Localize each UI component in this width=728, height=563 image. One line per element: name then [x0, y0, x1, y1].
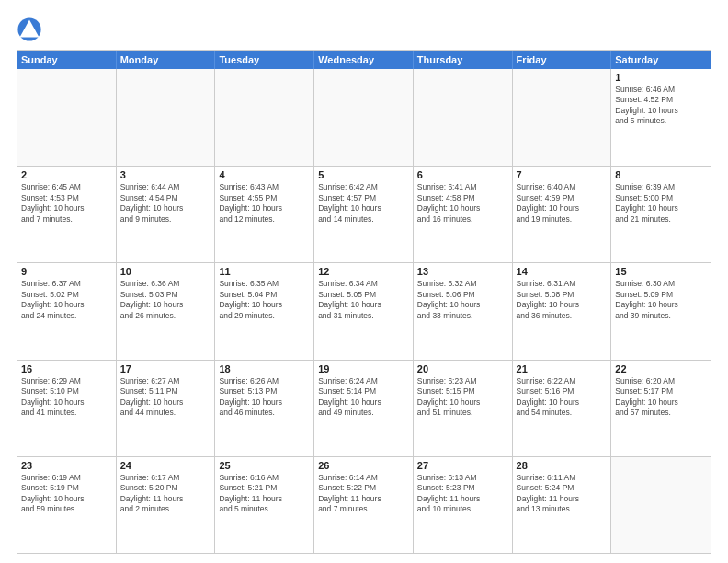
day-number: 21	[517, 363, 608, 374]
day-cell-19: 19Sunrise: 6:24 AM Sunset: 5:14 PM Dayli…	[314, 361, 414, 456]
day-number: 3	[120, 169, 211, 180]
day-number: 13	[417, 266, 508, 277]
logo-icon	[17, 17, 42, 42]
page: SundayMondayTuesdayWednesdayThursdayFrid…	[0, 0, 728, 563]
logo	[17, 17, 46, 42]
day-cell-17: 17Sunrise: 6:27 AM Sunset: 5:11 PM Dayli…	[117, 361, 216, 456]
day-info: Sunrise: 6:40 AM Sunset: 4:59 PM Dayligh…	[517, 182, 608, 224]
day-cell-2: 2Sunrise: 6:45 AM Sunset: 4:53 PM Daylig…	[17, 167, 117, 262]
day-number: 2	[21, 169, 112, 180]
day-cell-3: 3Sunrise: 6:44 AM Sunset: 4:54 PM Daylig…	[117, 167, 216, 262]
day-cell-15: 15Sunrise: 6:30 AM Sunset: 5:09 PM Dayli…	[611, 263, 711, 359]
day-cell-8: 8Sunrise: 6:39 AM Sunset: 5:00 PM Daylig…	[611, 167, 711, 262]
calendar-row-5: 23Sunrise: 6:19 AM Sunset: 5:19 PM Dayli…	[17, 456, 711, 553]
day-info: Sunrise: 6:46 AM Sunset: 4:52 PM Dayligh…	[615, 85, 707, 127]
day-info: Sunrise: 6:34 AM Sunset: 5:05 PM Dayligh…	[318, 279, 409, 321]
day-cell-25: 25Sunrise: 6:16 AM Sunset: 5:21 PM Dayli…	[215, 457, 314, 553]
day-number: 18	[219, 363, 310, 374]
day-cell-18: 18Sunrise: 6:26 AM Sunset: 5:13 PM Dayli…	[215, 361, 314, 456]
header	[17, 17, 711, 42]
weekday-header-sunday: Sunday	[17, 51, 117, 69]
day-info: Sunrise: 6:17 AM Sunset: 5:20 PM Dayligh…	[120, 473, 211, 515]
day-cell-6: 6Sunrise: 6:41 AM Sunset: 4:58 PM Daylig…	[414, 167, 513, 262]
day-cell-4: 4Sunrise: 6:43 AM Sunset: 4:55 PM Daylig…	[215, 167, 314, 262]
day-info: Sunrise: 6:43 AM Sunset: 4:55 PM Dayligh…	[219, 182, 310, 224]
empty-cell	[17, 69, 117, 166]
weekday-header-friday: Friday	[513, 51, 612, 69]
day-number: 16	[21, 363, 112, 374]
day-info: Sunrise: 6:20 AM Sunset: 5:17 PM Dayligh…	[615, 376, 707, 419]
day-number: 28	[517, 460, 608, 471]
day-info: Sunrise: 6:14 AM Sunset: 5:22 PM Dayligh…	[318, 473, 409, 515]
empty-cell	[414, 69, 513, 166]
weekday-header-tuesday: Tuesday	[215, 51, 314, 69]
day-info: Sunrise: 6:23 AM Sunset: 5:15 PM Dayligh…	[417, 376, 508, 419]
day-number: 23	[21, 460, 112, 471]
weekday-header-monday: Monday	[117, 51, 216, 69]
weekday-header-saturday: Saturday	[611, 51, 711, 69]
day-number: 26	[318, 460, 409, 471]
day-number: 4	[219, 169, 310, 180]
day-cell-9: 9Sunrise: 6:37 AM Sunset: 5:02 PM Daylig…	[17, 263, 117, 359]
day-info: Sunrise: 6:35 AM Sunset: 5:04 PM Dayligh…	[219, 279, 310, 321]
day-cell-11: 11Sunrise: 6:35 AM Sunset: 5:04 PM Dayli…	[215, 263, 314, 359]
day-cell-16: 16Sunrise: 6:29 AM Sunset: 5:10 PM Dayli…	[17, 361, 117, 456]
day-info: Sunrise: 6:24 AM Sunset: 5:14 PM Dayligh…	[318, 376, 409, 419]
empty-cell	[215, 69, 314, 166]
day-number: 8	[615, 169, 707, 180]
day-info: Sunrise: 6:36 AM Sunset: 5:03 PM Dayligh…	[120, 279, 211, 321]
day-info: Sunrise: 6:44 AM Sunset: 4:54 PM Dayligh…	[120, 182, 211, 224]
calendar-row-4: 16Sunrise: 6:29 AM Sunset: 5:10 PM Dayli…	[17, 360, 711, 456]
calendar-body: 1Sunrise: 6:46 AM Sunset: 4:52 PM Daylig…	[17, 69, 711, 553]
day-cell-23: 23Sunrise: 6:19 AM Sunset: 5:19 PM Dayli…	[17, 457, 117, 553]
day-info: Sunrise: 6:41 AM Sunset: 4:58 PM Dayligh…	[417, 182, 508, 224]
day-info: Sunrise: 6:13 AM Sunset: 5:23 PM Dayligh…	[417, 473, 508, 515]
day-number: 6	[417, 169, 508, 180]
day-cell-24: 24Sunrise: 6:17 AM Sunset: 5:20 PM Dayli…	[117, 457, 216, 553]
day-info: Sunrise: 6:42 AM Sunset: 4:57 PM Dayligh…	[318, 182, 409, 224]
day-number: 7	[517, 169, 608, 180]
weekday-header-wednesday: Wednesday	[314, 51, 414, 69]
day-cell-22: 22Sunrise: 6:20 AM Sunset: 5:17 PM Dayli…	[611, 361, 711, 456]
day-cell-14: 14Sunrise: 6:31 AM Sunset: 5:08 PM Dayli…	[513, 263, 612, 359]
day-info: Sunrise: 6:11 AM Sunset: 5:24 PM Dayligh…	[517, 473, 608, 515]
day-cell-10: 10Sunrise: 6:36 AM Sunset: 5:03 PM Dayli…	[117, 263, 216, 359]
calendar: SundayMondayTuesdayWednesdayThursdayFrid…	[17, 50, 711, 554]
day-cell-5: 5Sunrise: 6:42 AM Sunset: 4:57 PM Daylig…	[314, 167, 414, 262]
day-cell-13: 13Sunrise: 6:32 AM Sunset: 5:06 PM Dayli…	[414, 263, 513, 359]
weekday-header-thursday: Thursday	[414, 51, 513, 69]
empty-cell	[513, 69, 612, 166]
day-number: 27	[417, 460, 508, 471]
day-info: Sunrise: 6:31 AM Sunset: 5:08 PM Dayligh…	[517, 279, 608, 321]
day-number: 25	[219, 460, 310, 471]
day-number: 12	[318, 266, 409, 277]
empty-cell	[314, 69, 414, 166]
day-number: 22	[615, 363, 707, 374]
calendar-row-3: 9Sunrise: 6:37 AM Sunset: 5:02 PM Daylig…	[17, 262, 711, 359]
day-number: 19	[318, 363, 409, 374]
day-info: Sunrise: 6:27 AM Sunset: 5:11 PM Dayligh…	[120, 376, 211, 419]
day-info: Sunrise: 6:32 AM Sunset: 5:06 PM Dayligh…	[417, 279, 508, 321]
day-number: 24	[120, 460, 211, 471]
calendar-row-2: 2Sunrise: 6:45 AM Sunset: 4:53 PM Daylig…	[17, 166, 711, 262]
day-cell-1: 1Sunrise: 6:46 AM Sunset: 4:52 PM Daylig…	[611, 69, 711, 166]
empty-cell	[117, 69, 216, 166]
day-info: Sunrise: 6:37 AM Sunset: 5:02 PM Dayligh…	[21, 279, 112, 321]
day-cell-7: 7Sunrise: 6:40 AM Sunset: 4:59 PM Daylig…	[513, 167, 612, 262]
day-number: 9	[21, 266, 112, 277]
day-info: Sunrise: 6:30 AM Sunset: 5:09 PM Dayligh…	[615, 279, 707, 321]
day-number: 11	[219, 266, 310, 277]
day-number: 5	[318, 169, 409, 180]
day-cell-20: 20Sunrise: 6:23 AM Sunset: 5:15 PM Dayli…	[414, 361, 513, 456]
day-number: 10	[120, 266, 211, 277]
calendar-header: SundayMondayTuesdayWednesdayThursdayFrid…	[17, 51, 711, 69]
day-number: 15	[615, 266, 707, 277]
day-info: Sunrise: 6:29 AM Sunset: 5:10 PM Dayligh…	[21, 376, 112, 419]
day-info: Sunrise: 6:26 AM Sunset: 5:13 PM Dayligh…	[219, 376, 310, 419]
day-cell-28: 28Sunrise: 6:11 AM Sunset: 5:24 PM Dayli…	[513, 457, 612, 553]
day-cell-21: 21Sunrise: 6:22 AM Sunset: 5:16 PM Dayli…	[513, 361, 612, 456]
day-number: 17	[120, 363, 211, 374]
day-cell-27: 27Sunrise: 6:13 AM Sunset: 5:23 PM Dayli…	[414, 457, 513, 553]
day-number: 20	[417, 363, 508, 374]
day-info: Sunrise: 6:22 AM Sunset: 5:16 PM Dayligh…	[517, 376, 608, 419]
